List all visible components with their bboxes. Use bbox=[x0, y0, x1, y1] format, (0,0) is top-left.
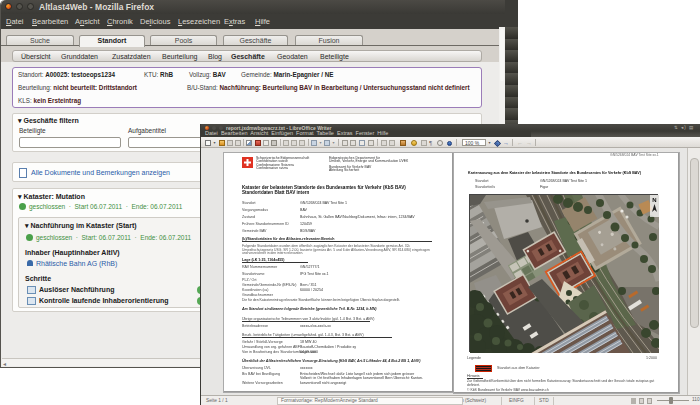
svg-text:N: N bbox=[652, 197, 656, 203]
